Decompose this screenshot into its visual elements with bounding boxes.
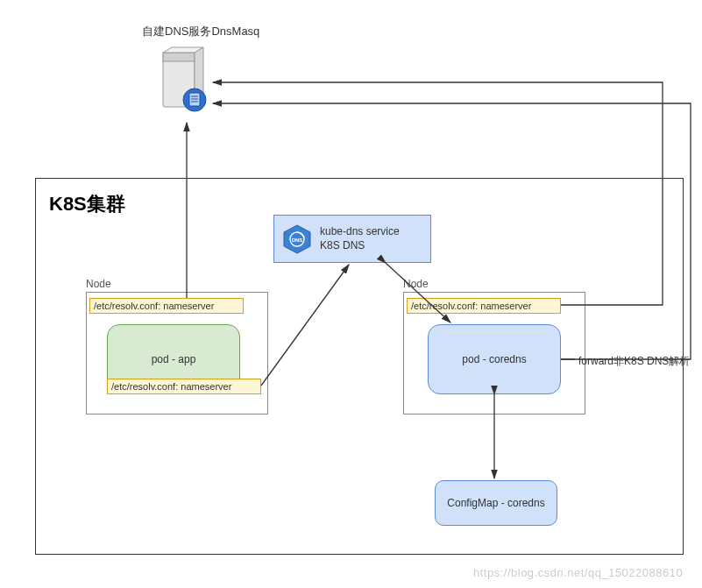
- kube-dns-line1: kube-dns service: [320, 225, 400, 239]
- configmap-coredns: ConfigMap - coredns: [435, 480, 557, 526]
- dns-server-label: 自建DNS服务DnsMasq: [142, 24, 259, 39]
- node-right-title: Node: [403, 278, 429, 290]
- server-icon: [158, 46, 210, 117]
- watermark: https://blog.csdn.net/qq_15022088610: [473, 566, 683, 579]
- forward-label: forward非K8S DNS解析: [578, 354, 690, 369]
- kube-dns-service: DNS kube-dns service K8S DNS: [273, 215, 431, 263]
- pod-coredns: pod - coredns: [428, 324, 561, 394]
- node-right-resolv: /etc/resolv.conf: nameserver: [407, 298, 561, 314]
- node-left-title: Node: [86, 278, 111, 290]
- svg-text:DNS: DNS: [292, 237, 303, 243]
- diagram-canvas: 自建DNS服务DnsMasq K8S集群 DNS: [0, 0, 702, 588]
- cluster-title: K8S集群: [49, 191, 125, 217]
- node-left-resolv: /etc/resolv.conf: nameserver: [89, 298, 244, 314]
- pod-coredns-label: pod - coredns: [462, 353, 526, 365]
- pod-app-label: pod - app: [152, 353, 196, 365]
- configmap-label: ConfigMap - coredns: [447, 497, 544, 509]
- kube-dns-line2: K8S DNS: [320, 239, 400, 253]
- pod-app-resolv: /etc/resolv.conf: nameserver: [107, 379, 261, 394]
- svg-rect-1: [163, 53, 195, 61]
- dns-hex-icon: DNS: [281, 223, 313, 255]
